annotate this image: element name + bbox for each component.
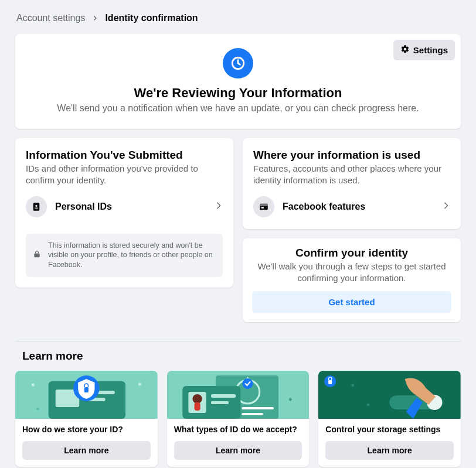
clock-icon (223, 48, 253, 78)
confirm-card: Confirm your identity We'll walk you thr… (243, 238, 461, 323)
svg-rect-23 (210, 401, 228, 404)
breadcrumb-link-account-settings[interactable]: Account settings (16, 13, 85, 23)
svg-rect-22 (210, 394, 235, 398)
learn-card-store-id: How do we store your ID? Learn more (15, 371, 158, 467)
svg-rect-6 (261, 207, 264, 209)
svg-rect-25 (242, 413, 263, 415)
chevron-right-icon (442, 201, 450, 212)
submitted-subtitle: IDs and other information you've provide… (26, 163, 223, 187)
svg-rect-30 (329, 380, 332, 384)
illustration-types-id (167, 371, 310, 419)
personal-ids-item[interactable]: Personal IDs (26, 195, 223, 218)
secure-note-text: This information is stored securely and … (48, 241, 216, 271)
svg-point-17 (242, 378, 253, 389)
learn-card-storage-settings: Control your storage settings Learn more (318, 371, 461, 467)
submitted-title: Information You've Submitted (26, 149, 223, 162)
where-used-subtitle: Features, accounts and other places wher… (253, 163, 450, 187)
learn-card-question: What types of ID do we accept? (174, 425, 302, 436)
review-card: Settings We're Reviewing Your Informatio… (15, 34, 461, 129)
svg-point-2 (35, 204, 37, 206)
secure-note: This information is stored securely and … (26, 234, 223, 278)
svg-rect-21 (194, 402, 200, 411)
learn-more-button[interactable]: Learn more (22, 441, 151, 460)
illustration-storage-settings (318, 371, 461, 419)
settings-button-label: Settings (413, 45, 448, 55)
learn-card-question: How do we store your ID? (22, 425, 151, 436)
review-title: We're Reviewing Your Information (29, 86, 447, 101)
feed-icon (253, 196, 274, 217)
divider (15, 341, 461, 341)
svg-rect-26 (318, 371, 461, 419)
chevron-right-icon (92, 13, 98, 23)
lock-icon (33, 250, 41, 261)
confirm-title: Confirm your identity (252, 247, 451, 259)
breadcrumb-current: Identity confirmation (105, 13, 198, 23)
submitted-card: Information You've Submitted IDs and oth… (15, 138, 233, 288)
facebook-features-item[interactable]: Facebook features (253, 195, 450, 218)
learn-card-types-id: What types of ID do we accept? Learn mor… (167, 371, 310, 467)
learn-more-button[interactable]: Learn more (325, 441, 454, 460)
svg-rect-3 (35, 207, 38, 209)
gear-icon (400, 45, 410, 56)
review-subtitle: We'll send you a notification when we ha… (29, 103, 447, 114)
confirm-subtitle: We'll walk you through a few steps to ge… (252, 261, 451, 285)
svg-point-31 (367, 404, 369, 406)
where-used-card: Where your information is used Features,… (243, 138, 461, 229)
learn-more-heading: Learn more (22, 350, 461, 363)
where-used-title: Where your information is used (253, 149, 450, 162)
settings-button[interactable]: Settings (393, 40, 455, 60)
get-started-button[interactable]: Get started (252, 291, 451, 313)
breadcrumb: Account settings Identity confirmation (15, 13, 461, 34)
learn-more-button[interactable]: Learn more (174, 441, 302, 460)
chevron-right-icon (215, 201, 223, 212)
illustration-store-id (15, 371, 158, 419)
id-card-icon (26, 196, 47, 217)
personal-ids-label: Personal IDs (55, 201, 206, 212)
svg-rect-13 (84, 387, 89, 392)
learn-card-question: Control your storage settings (325, 425, 454, 436)
svg-rect-24 (242, 407, 274, 409)
facebook-features-label: Facebook features (283, 201, 434, 212)
svg-point-14 (32, 384, 35, 387)
svg-rect-5 (260, 204, 268, 206)
svg-point-20 (192, 394, 202, 404)
